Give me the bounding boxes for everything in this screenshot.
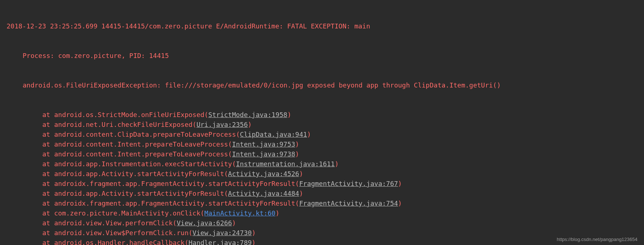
source-link[interactable]: Handler.java:789: [189, 239, 252, 245]
stack-frame: at android.os.StrictMode.onFileUriExpose…: [7, 110, 644, 120]
stack-frame-close: ): [275, 209, 279, 217]
stack-frame-close: ): [295, 140, 299, 148]
source-link[interactable]: View.java:24730: [193, 229, 252, 237]
stack-frame: at com.zero.picture.MainActivity.onClick…: [7, 208, 644, 218]
stack-frame-close: ): [299, 170, 303, 178]
stack-frames: at android.os.StrictMode.onFileUriExpose…: [7, 110, 644, 245]
stack-frame-method: at android.content.Intent.prepareToLeave…: [42, 150, 232, 158]
stack-frame-method: at android.app.Instrumentation.execStart…: [42, 160, 236, 168]
stack-frame-method: at com.zero.picture.MainActivity.onClick…: [42, 209, 204, 217]
stack-frame: at android.content.Intent.prepareToLeave…: [7, 149, 644, 159]
stack-frame: at android.content.Intent.prepareToLeave…: [7, 139, 644, 149]
stack-frame: at android.view.View$PerformClick.run(Vi…: [7, 228, 644, 238]
stack-frame: at android.view.View.performClick(View.j…: [7, 218, 644, 228]
stack-frame-method: at androidx.fragment.app.FragmentActivit…: [42, 199, 299, 207]
stack-frame-close: ): [398, 180, 402, 187]
log-pid-tid: 14415-14415: [101, 22, 145, 30]
logcat-output: 2018-12-23 23:25:25.699 14415-14415/com.…: [0, 0, 644, 245]
stack-frame: at android.app.Instrumentation.execStart…: [7, 159, 644, 169]
source-link[interactable]: Activity.java:4526: [228, 170, 299, 178]
log-timestamp: 2018-12-23 23:25:25.699: [7, 22, 97, 30]
log-package: com.zero.picture: [149, 22, 212, 30]
stack-frame-method: at android.net.Uri.checkFileUriExposed(: [42, 121, 197, 128]
log-header-line: 2018-12-23 23:25:25.699 14415-14415/com.…: [7, 21, 644, 31]
stack-frame-method: at androidx.fragment.app.FragmentActivit…: [42, 180, 299, 187]
log-fatal-msg: FATAL EXCEPTION: main: [287, 22, 370, 30]
stack-frame: at androidx.fragment.app.FragmentActivit…: [7, 179, 644, 188]
stack-frame-close: ): [287, 111, 291, 118]
source-link[interactable]: View.java:6266: [176, 219, 232, 227]
stack-frame: at android.app.Activity.startActivityFor…: [7, 188, 644, 198]
stack-frame-close: ): [307, 131, 311, 138]
stack-frame-method: at android.app.Activity.startActivityFor…: [42, 190, 228, 197]
source-link[interactable]: Instrumentation.java:1611: [236, 160, 335, 168]
stack-frame-close: ): [252, 239, 256, 245]
exception-line: android.os.FileUriExposedException: file…: [7, 80, 644, 90]
stack-frame-method: at android.view.View.performClick(: [42, 219, 176, 227]
stack-frame-close: ): [398, 199, 402, 207]
stack-frame: at androidx.fragment.app.FragmentActivit…: [7, 198, 644, 208]
stack-frame-close: ): [252, 229, 256, 237]
stack-frame: at android.os.Handler.handleCallback(Han…: [7, 238, 644, 245]
stack-frame: at android.net.Uri.checkFileUriExposed(U…: [7, 120, 644, 129]
stack-frame-close: ): [299, 190, 303, 197]
csdn-watermark: https://blog.csdn.net/pangpang123654: [557, 236, 637, 243]
source-link[interactable]: Intent.java:9753: [232, 140, 295, 148]
stack-frame-method: at android.app.Activity.startActivityFor…: [42, 170, 228, 178]
source-link[interactable]: StrictMode.java:1958: [208, 111, 287, 118]
stack-frame-method: at android.content.Intent.prepareToLeave…: [42, 140, 232, 148]
stack-frame-close: ): [295, 150, 299, 158]
source-link[interactable]: ClipData.java:941: [240, 131, 307, 138]
stack-frame: at android.app.Activity.startActivityFor…: [7, 169, 644, 179]
log-tag: E/AndroidRuntime:: [216, 22, 283, 30]
source-link[interactable]: FragmentActivity.java:754: [299, 199, 398, 207]
stack-frame-close: ): [232, 219, 236, 227]
stack-frame: at android.content.ClipData.prepareToLea…: [7, 129, 644, 139]
stack-frame-method: at android.os.Handler.handleCallback(: [42, 239, 189, 245]
source-link[interactable]: Uri.java:2356: [197, 121, 248, 128]
source-link[interactable]: Activity.java:4484: [228, 190, 299, 197]
stack-frame-close: ): [335, 160, 339, 168]
stack-frame-method: at android.os.StrictMode.onFileUriExpose…: [42, 111, 208, 118]
source-link[interactable]: MainActivity.kt:60: [204, 209, 275, 217]
stack-frame-method: at android.view.View$PerformClick.run(: [42, 229, 193, 237]
process-line: Process: com.zero.picture, PID: 14415: [7, 51, 644, 61]
stack-frame-method: at android.content.ClipData.prepareToLea…: [42, 131, 240, 138]
source-link[interactable]: FragmentActivity.java:767: [299, 180, 398, 187]
source-link[interactable]: Intent.java:9738: [232, 150, 295, 158]
stack-frame-close: ): [248, 121, 252, 128]
